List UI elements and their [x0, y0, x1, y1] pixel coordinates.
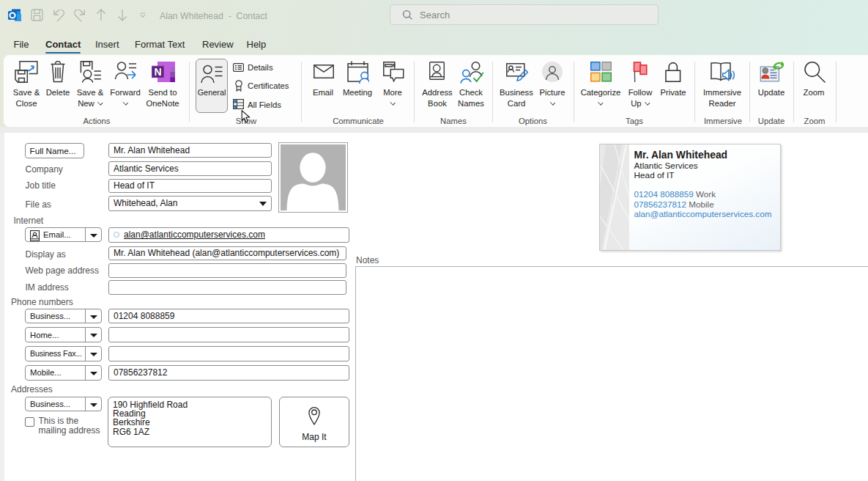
svg-text:N: N: [154, 66, 161, 78]
